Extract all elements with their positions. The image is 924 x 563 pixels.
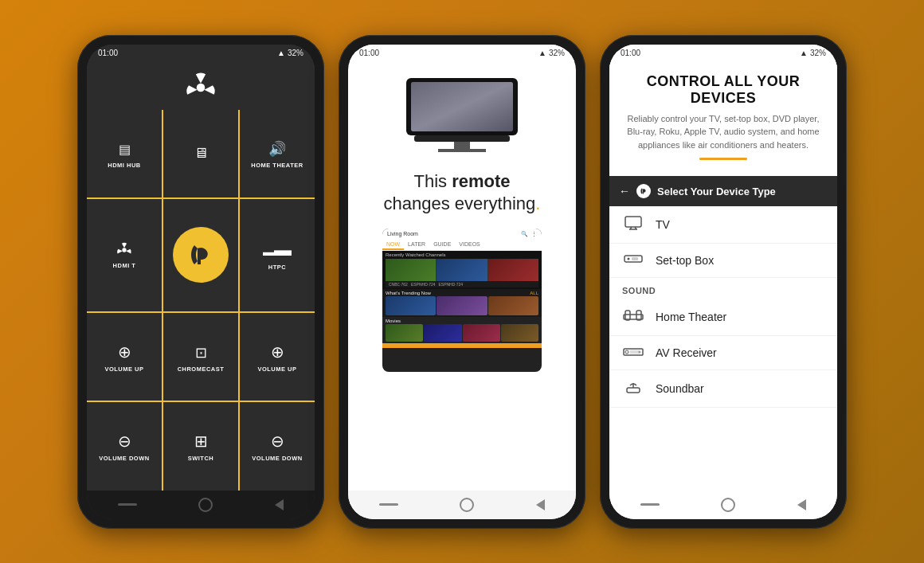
nav-recent-3[interactable] [640, 503, 660, 506]
app-tabs: NOW LATER GUIDE VIDEOS [382, 240, 542, 251]
device-item-av[interactable]: AV Receiver [609, 336, 837, 370]
trending-grid [386, 296, 538, 315]
tv-icon [622, 216, 644, 233]
trending-all: ALL [530, 291, 538, 295]
nav-back-2[interactable] [536, 499, 545, 510]
recently-watched-label: Recently Watched Channels [386, 252, 538, 257]
back-arrow-icon[interactable]: ← [619, 185, 630, 197]
sound-section-label: SOUND [609, 278, 837, 299]
channel-info: CNBC·762 ESPNHD·724 ESPNHD·724 [386, 281, 538, 287]
grid-cell-chromecast[interactable]: CHROMECAST [163, 313, 238, 401]
htpc-icon: ▬ [263, 240, 292, 260]
tv-svg [390, 70, 534, 158]
peel-icon-small [636, 184, 651, 198]
grid-cell-hdmi-hub[interactable]: HDMI HUB [87, 110, 162, 197]
nav-back-1[interactable] [275, 499, 284, 510]
status-bar-2: 01:00 ▲ 32% [348, 45, 576, 62]
htpc-label: HTPC [268, 264, 286, 271]
grid-cell-switch[interactable]: SWITCH [163, 402, 238, 490]
headline-bold: remote [452, 171, 510, 191]
grid-cell-hdmi-t[interactable]: HDMI T [87, 199, 162, 311]
nav-home-2[interactable] [460, 498, 474, 512]
svg-rect-7 [411, 82, 513, 131]
device-main-title: CONTROL ALL YOUR DEVICES [622, 73, 824, 108]
svg-rect-3 [438, 149, 486, 152]
nav-recent-1[interactable] [118, 503, 137, 506]
vol-down-right-icon [271, 431, 284, 452]
speaker-icon [268, 138, 286, 158]
status-bar-1: 01:00 ▲ 32% [87, 45, 315, 62]
grid-cell-home-theater[interactable]: HOME THEATER [240, 110, 315, 197]
select-type-bar: ← Select Your Device Type [609, 176, 837, 206]
channel-tag-1: CNBC·762 [387, 282, 409, 287]
phone-2: 01:00 ▲ 32% [339, 35, 585, 529]
trending-section: What's Trending Now ALL [382, 289, 542, 317]
movie-thumb-3 [463, 324, 500, 342]
select-type-title: Select Your Device Type [657, 186, 776, 197]
stb-icon [622, 253, 644, 268]
trending-thumb-2 [437, 296, 487, 315]
device-subtitle: Reliably control your TV, set-top box, D… [622, 112, 824, 152]
tab-guide[interactable]: GUIDE [429, 240, 455, 250]
grid-cell-vol-up-right[interactable]: VOLUME UP [240, 313, 315, 401]
svg-rect-20 [630, 350, 640, 354]
grid-cell-vol-down-right[interactable]: VOLUME DOWN [240, 402, 315, 490]
peel-logo [173, 227, 229, 283]
phone-2-screen: 01:00 ▲ 32% [348, 45, 576, 519]
vol-up-left-label: VOLUME UP [104, 366, 143, 373]
tv-illustration [390, 70, 534, 158]
movie-thumb-4 [501, 324, 538, 342]
movies-section: Movies [382, 317, 542, 343]
grid-cell-peel[interactable] [163, 199, 238, 311]
home-theater-device-label: Home Theater [656, 311, 726, 323]
grid-cell-vol-up-left[interactable]: VOLUME UP [87, 313, 162, 401]
device-item-stb[interactable]: Set-top Box [609, 244, 837, 278]
grid-cell-htpc[interactable]: ▬ HTPC [240, 199, 315, 311]
trending-text: What's Trending Now [386, 291, 431, 295]
device-item-tv[interactable]: TV [609, 206, 837, 244]
svg-point-13 [628, 258, 630, 260]
grid-cell-vol-down-left[interactable]: VOLUME DOWN [87, 402, 162, 490]
chromecast-icon [195, 342, 207, 362]
marketing-content: This remote changes everything. Living R… [348, 62, 576, 491]
battery-1: 32% [288, 49, 303, 57]
orange-divider [699, 158, 747, 160]
svg-point-21 [639, 351, 641, 354]
nav-bar-3 [609, 491, 837, 519]
nav-bar-1 [87, 491, 315, 519]
app-screenshot: Living Room 🔍 ⋮ NOW LATER GUIDE VIDEOS R… [382, 229, 542, 372]
channel-tag-2: ESPNHD·724 [409, 282, 437, 287]
home-theater-icon [622, 308, 644, 326]
chromecast-label: CHROMECAST [178, 366, 225, 373]
nav-home-3[interactable] [721, 498, 735, 512]
monitor-icon [194, 142, 208, 162]
tv-label: TV [656, 218, 670, 231]
soundbar-label: Soundbar [656, 382, 704, 395]
tab-later[interactable]: LATER [404, 240, 429, 250]
trending-thumb-1 [386, 296, 436, 315]
tab-now[interactable]: NOW [382, 240, 404, 250]
device-item-soundbar[interactable]: Soundbar [609, 370, 837, 408]
device-item-home-theater[interactable]: Home Theater [609, 299, 837, 336]
trending-thumb-3 [488, 296, 538, 315]
signal-icon-2: ▲ [538, 49, 546, 57]
headline-2: changes everything [384, 194, 536, 213]
search-icon-app: 🔍 [521, 231, 528, 237]
tab-videos[interactable]: VIDEOS [455, 240, 484, 250]
hdmi-t-label: HDMI T [113, 262, 136, 269]
nav-back-3[interactable] [797, 499, 806, 510]
channel-grid [386, 259, 538, 281]
vol-down-right-label: VOLUME DOWN [252, 455, 302, 462]
av-receiver-icon [622, 346, 644, 360]
trending-label: What's Trending Now ALL [386, 291, 538, 295]
phone-1: 01:00 ▲ 32% [77, 35, 324, 529]
grid-cell-monitor[interactable] [163, 110, 238, 197]
nav-recent-2[interactable] [379, 503, 398, 506]
remote-grid: HDMI HUB HOME THEATER [87, 110, 315, 491]
svg-point-19 [625, 350, 628, 354]
app-room-label: Living Room [387, 231, 418, 237]
svg-rect-17 [636, 311, 641, 320]
status-icons-1: ▲ 32% [277, 49, 303, 57]
hdmi-hub-label: HDMI HUB [108, 162, 141, 169]
nav-home-1[interactable] [198, 498, 213, 512]
